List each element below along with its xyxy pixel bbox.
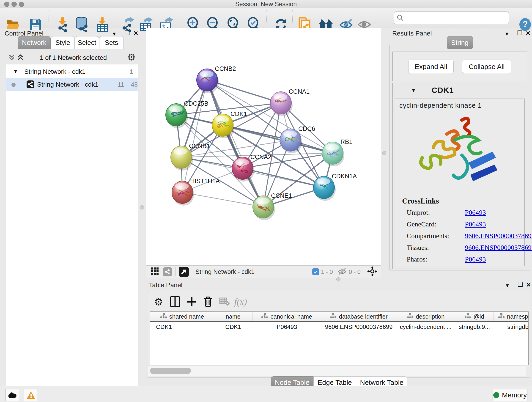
expand-all-icon[interactable] (17, 54, 24, 62)
cloud-button[interactable] (5, 389, 19, 401)
network-share-icon[interactable] (163, 267, 172, 276)
protein-structure-image (409, 113, 510, 193)
results-panel-close-icon[interactable]: ✕ (526, 30, 531, 37)
node-label-HIST1H1A: HIST1H1A (190, 178, 220, 185)
cell-namespace[interactable]: stringdb (494, 322, 529, 332)
node-CCNA1[interactable] (270, 92, 293, 116)
table-panel-title: Table Panel (149, 281, 182, 289)
column-type-icon (498, 313, 505, 320)
cloud-icon (7, 392, 17, 398)
toolbar-separator (49, 10, 49, 25)
table-panel-collapse-icon[interactable]: ▾ (506, 282, 509, 289)
node-CCNB2[interactable] (196, 69, 219, 93)
cell--id[interactable]: stringdb:9... (455, 322, 494, 332)
toolbar-separator (266, 10, 267, 25)
collapse-all-button[interactable]: Collapse All (462, 60, 511, 74)
genecard-link[interactable]: P06493 (465, 220, 486, 228)
selected-counts: 1 - 0 (321, 268, 333, 275)
cell-description[interactable]: cyclin-dependent ... (396, 322, 455, 332)
open-in-window-icon[interactable] (179, 267, 189, 277)
node-result-header[interactable]: ▼ CDK1 (393, 83, 527, 98)
warnings-button[interactable] (24, 389, 38, 401)
node-CDKN1A[interactable] (313, 176, 336, 201)
network-node-count: 11 (118, 81, 124, 88)
column-header-shared-name[interactable]: shared name (150, 312, 214, 321)
current-network-name: String Network - cdk1 (196, 268, 254, 275)
toolbar-separator (365, 267, 365, 276)
search-input[interactable] (406, 13, 506, 22)
delete-table-icon[interactable] (217, 294, 232, 309)
string-results-container: Expand All Collapse All ▼ CDK1 cyclin-de… (389, 45, 530, 270)
node-RB1[interactable] (322, 142, 344, 166)
node-label-RB1: RB1 (341, 138, 353, 145)
column-header-namespace[interactable]: namespace (494, 312, 529, 321)
cell-database-identifier[interactable]: 9606.ENSP00000378699 (321, 322, 396, 332)
network-row[interactable]: String Network - cdk1 11 48 (6, 78, 138, 91)
control-panel-float-icon[interactable]: ❑ (124, 29, 130, 36)
warning-icon (26, 391, 36, 399)
node-CDC6[interactable] (280, 129, 302, 153)
function-builder-icon[interactable]: f(x) (234, 294, 248, 309)
compartments-link[interactable]: 9606.ENSP00000378699 (465, 232, 532, 240)
toolbar-separator (175, 267, 176, 276)
network-view[interactable]: CCNB2CCNA1CDC25BCDK1CDC6RB1CCNB1CCNA2CDK… (146, 28, 381, 266)
column-header-description[interactable]: description (396, 312, 455, 321)
collection-label: String Network - cdk1 (24, 68, 86, 75)
table-hscrollbar[interactable] (148, 366, 526, 376)
column-header-canonical-name[interactable]: canonical name (253, 312, 321, 321)
table-panel-float-icon[interactable]: ❑ (518, 281, 523, 288)
cell-name[interactable]: CDK1 (214, 322, 253, 332)
node-CDK1[interactable] (212, 114, 234, 138)
results-panel: Results Panel ▾ ❑ ✕ String Expand All Co… (388, 28, 532, 281)
birdseye-icon[interactable] (367, 266, 377, 277)
node-HIST1H1A[interactable] (172, 181, 194, 206)
uniprot-link[interactable]: P06493 (465, 209, 486, 216)
table-row[interactable]: CDK1CDK1P064939606.ENSP00000378699cyclin… (150, 322, 529, 332)
results-panel-float-icon[interactable]: ❑ (517, 29, 522, 36)
pharos-link[interactable]: P06493 (465, 255, 486, 263)
results-panel-collapse-icon[interactable]: ▾ (505, 30, 508, 37)
selected-checkbox-icon[interactable] (312, 268, 319, 275)
column-type-icon (261, 313, 268, 320)
node-CDC25B[interactable] (166, 104, 188, 128)
column-header-database-identifier[interactable]: database identifier (321, 312, 396, 321)
memory-button[interactable]: Memory (493, 389, 527, 401)
result-expander-icon[interactable]: ▼ (411, 87, 417, 94)
crosslinks-section: CrossLinks Uniprot: P06493 GeneCard: P06… (402, 197, 521, 267)
tab-network[interactable]: Network (18, 36, 51, 49)
add-column-icon[interactable] (184, 294, 199, 309)
cell-shared-name[interactable]: CDK1 (150, 322, 214, 332)
hidden-eye-icon[interactable] (338, 268, 347, 276)
node-CCNE1[interactable] (253, 196, 275, 220)
split-columns-icon[interactable] (168, 294, 182, 309)
collection-expander-icon[interactable]: ▼ (13, 68, 18, 75)
table-gear-icon[interactable]: ⚙ (152, 294, 166, 309)
tab-sets[interactable]: Sets (99, 36, 124, 49)
tissues-link[interactable]: 9606.ENSP00000378699 (465, 244, 532, 251)
tab-string[interactable]: String (447, 36, 473, 49)
toolbar-separator (179, 10, 179, 25)
gear-icon[interactable]: ⚙ (127, 52, 136, 62)
tab-select[interactable]: Select (75, 36, 99, 49)
network-tree: ▼ String Network - cdk1 1 String Network… (6, 64, 138, 402)
grid-view-icon[interactable] (151, 268, 159, 276)
expand-all-button[interactable]: Expand All (408, 60, 454, 74)
hscrollbar-thumb[interactable] (150, 368, 191, 374)
tab-style[interactable]: Style (51, 36, 75, 49)
left-splitter-grip[interactable] (140, 205, 144, 210)
column-header-name[interactable]: name (214, 312, 253, 321)
node-CCNB1[interactable] (171, 146, 193, 171)
cell-canonical-name[interactable]: P06493 (253, 322, 321, 332)
delete-column-icon[interactable] (201, 294, 215, 309)
edge-CCNB2-CCNE1[interactable] (207, 80, 263, 207)
column-header--id[interactable]: @id (455, 312, 494, 321)
right-splitter-grip[interactable] (382, 151, 386, 155)
table-panel: Table Panel ▾ ❑ ✕ ⚙ f(x) shared namename… (146, 280, 532, 377)
toolbar-separator (114, 10, 114, 25)
search-icon (397, 14, 404, 21)
network-collection-row[interactable]: ▼ String Network - cdk1 1 (6, 65, 138, 78)
table-panel-close-icon[interactable]: ✕ (526, 281, 531, 288)
collapse-all-icon[interactable] (8, 54, 15, 62)
hidden-counts: 0 - 0 (349, 268, 361, 275)
control-panel-close-icon[interactable]: ✕ (133, 30, 138, 37)
